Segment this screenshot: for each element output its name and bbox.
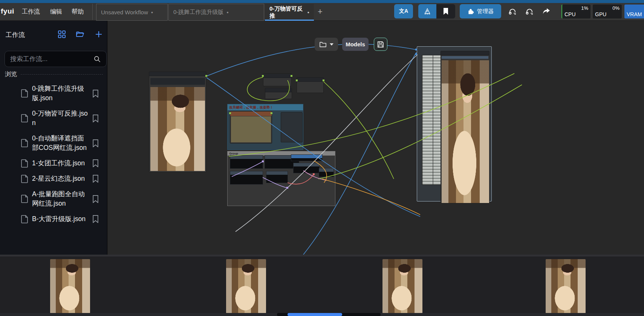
node-widget-row[interactable] bbox=[150, 78, 205, 85]
graph-node[interactable] bbox=[281, 112, 303, 142]
workflow-file-name: 1-女团工作流.json bbox=[32, 159, 89, 168]
graph-node[interactable] bbox=[230, 171, 263, 185]
gpu-value: 0% bbox=[612, 5, 620, 11]
bookmark-icon[interactable] bbox=[92, 139, 99, 147]
file-icon bbox=[21, 215, 28, 223]
gallery-thumbnail[interactable] bbox=[226, 259, 266, 313]
graph-node-selected[interactable] bbox=[291, 154, 323, 161]
tab-reverse-anything-active[interactable]: 0-万物皆可反推 ● bbox=[265, 4, 314, 21]
manager-button[interactable]: 管理器 bbox=[460, 4, 501, 18]
workflow-file-item[interactable]: 0-万物皆可反推.json bbox=[0, 106, 107, 131]
result-image-partial bbox=[422, 55, 443, 185]
translate-button[interactable]: 文A bbox=[394, 4, 413, 18]
preview-image bbox=[150, 87, 205, 171]
workflows-sidebar: 工作流 浏览 0-跳舞工作流升级版.json 0-万物皆可反推.json bbox=[0, 21, 107, 255]
workflow-file-item[interactable]: 0-跳舞工作流升级版.json bbox=[0, 81, 107, 106]
workflow-file-item[interactable]: B-大雷升级版.json bbox=[0, 211, 107, 227]
gpu-label: GPU bbox=[595, 11, 606, 17]
file-icon bbox=[21, 89, 28, 98]
mountain-icon bbox=[423, 7, 431, 15]
image-preview-node[interactable] bbox=[149, 72, 207, 173]
bookmark-icon[interactable] bbox=[92, 159, 99, 167]
scrollbar-thumb[interactable] bbox=[288, 313, 342, 316]
save-workflow-button[interactable] bbox=[374, 38, 387, 51]
menu-workflow[interactable]: 工作流 bbox=[22, 8, 40, 16]
grid-view-icon[interactable] bbox=[57, 30, 66, 39]
node-widget-row[interactable] bbox=[442, 56, 488, 59]
workflow-file-name: 2-星云幻态流.json bbox=[32, 174, 89, 183]
unsaved-dot-icon: ● bbox=[226, 11, 228, 14]
file-icon bbox=[21, 114, 28, 122]
workflow-file-item[interactable]: 0-自动翻译遮挡面部COS网红流.json bbox=[0, 131, 107, 156]
gallery-thumbnail[interactable] bbox=[382, 259, 422, 313]
unsaved-dot-icon: ● bbox=[307, 11, 309, 14]
file-icon bbox=[21, 175, 28, 183]
top-menubar: fyui 工作流 编辑 帮助 Unsaved Workflow ● 0-跳舞工作… bbox=[0, 3, 644, 21]
models-button[interactable]: Models bbox=[342, 38, 369, 51]
bookmark-icon[interactable] bbox=[92, 215, 99, 223]
graph-node[interactable] bbox=[266, 171, 288, 183]
search-icon bbox=[93, 55, 101, 63]
clean-vram-icon[interactable] bbox=[508, 7, 517, 16]
easyuse-logo-button[interactable] bbox=[418, 4, 436, 18]
workflow-file-name: 0-万物皆可反推.json bbox=[32, 109, 89, 128]
browse-section-header[interactable]: 浏览 bbox=[5, 70, 103, 78]
new-workflow-plus-icon[interactable] bbox=[94, 30, 103, 39]
graph-node[interactable] bbox=[297, 77, 324, 93]
file-icon bbox=[21, 195, 28, 203]
tab-label: Unsaved Workflow bbox=[101, 9, 148, 15]
cpu-value: 1% bbox=[581, 5, 588, 11]
logo-bookmark-group bbox=[418, 4, 455, 18]
text-prompt-node[interactable] bbox=[230, 111, 272, 143]
node-group[interactable]: Group bbox=[227, 151, 335, 206]
workflow-folder-button[interactable] bbox=[315, 38, 338, 51]
chevron-down-icon bbox=[330, 43, 333, 46]
manager-label: 管理器 bbox=[477, 8, 494, 15]
gallery-thumbnail[interactable] bbox=[546, 259, 586, 313]
graph-node[interactable] bbox=[265, 88, 292, 99]
bookmark-icon[interactable] bbox=[92, 195, 99, 203]
models-label: Models bbox=[346, 41, 365, 47]
bookmark-icon[interactable] bbox=[92, 175, 99, 183]
workflow-file-item[interactable]: 1-女团工作流.json bbox=[0, 156, 107, 171]
node-title-bar bbox=[149, 72, 206, 76]
tab-label: 0-跳舞工作流升级版 bbox=[173, 9, 223, 16]
bookmark-icon[interactable] bbox=[92, 114, 99, 122]
tab-label: 0-万物皆可反推 bbox=[269, 5, 304, 20]
image-result-node[interactable] bbox=[441, 51, 490, 203]
new-tab-button[interactable]: + bbox=[318, 6, 323, 17]
bookmark-icon[interactable] bbox=[92, 90, 99, 98]
bookmark-toggle-button[interactable] bbox=[436, 4, 455, 18]
graph-node[interactable] bbox=[293, 163, 320, 173]
tab-dance-workflow[interactable]: 0-跳舞工作流升级版 ● bbox=[168, 4, 264, 21]
workflow-file-list: 0-跳舞工作流升级版.json 0-万物皆可反推.json 0-自动翻译遮挡面部… bbox=[0, 81, 107, 255]
save-icon bbox=[377, 41, 384, 48]
cpu-label: CPU bbox=[564, 11, 576, 17]
workflow-file-item[interactable]: 2-星云幻态流.json bbox=[0, 171, 107, 186]
graph-node[interactable] bbox=[263, 73, 292, 86]
workflow-file-item[interactable]: A-批量跑图全自动网红流.json bbox=[0, 186, 107, 211]
puzzle-icon bbox=[467, 8, 474, 15]
browse-label: 浏览 bbox=[5, 70, 17, 78]
scrollbar-track[interactable] bbox=[277, 313, 381, 316]
sidebar-title: 工作流 bbox=[6, 31, 25, 39]
graph-node[interactable] bbox=[230, 155, 263, 169]
menubar-divider bbox=[92, 4, 93, 20]
menu-help[interactable]: 帮助 bbox=[72, 8, 84, 16]
gallery-thumbnail[interactable] bbox=[50, 259, 90, 313]
share-icon[interactable] bbox=[542, 7, 551, 16]
clean-vram-deep-icon[interactable] bbox=[525, 7, 534, 16]
gallery-scrollbar-track-area bbox=[0, 313, 644, 316]
node-graph-canvas[interactable]: 改关键词，改衣服，改姿势！ Group bbox=[107, 21, 644, 255]
search-input[interactable] bbox=[10, 55, 93, 63]
tab-unsaved-workflow[interactable]: Unsaved Workflow ● bbox=[96, 4, 168, 21]
graph-node[interactable] bbox=[319, 168, 334, 177]
workflow-file-name: A-批量跑图全自动网红流.json bbox=[32, 189, 89, 208]
vram-label: VRAM bbox=[627, 11, 642, 17]
section-divider bbox=[21, 74, 103, 75]
open-folder-icon[interactable] bbox=[75, 30, 84, 39]
menu-edit[interactable]: 编辑 bbox=[50, 8, 62, 16]
app-logo: fyui bbox=[1, 7, 14, 15]
group-title: 改关键词，改衣服，改姿势！ bbox=[228, 104, 303, 110]
utility-icon-group bbox=[502, 4, 557, 18]
